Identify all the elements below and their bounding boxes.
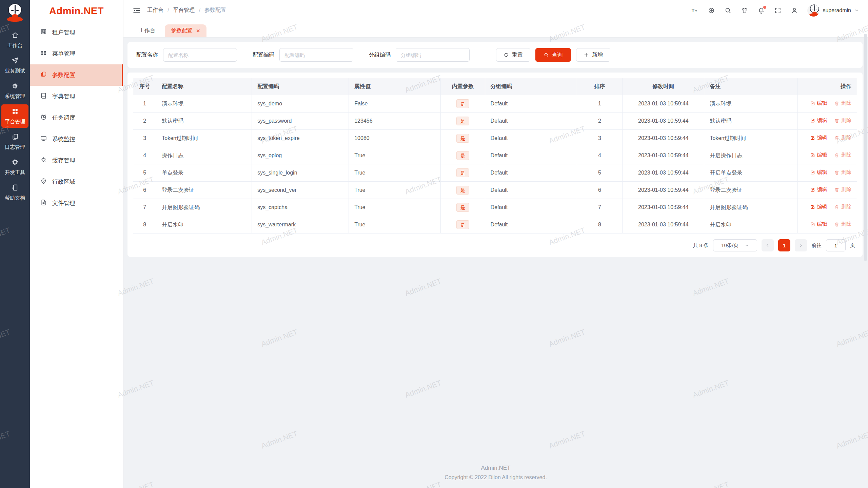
sidebar-item-task-scheduler[interactable]: 任务调度 (30, 107, 123, 128)
add-button[interactable]: 新增 (576, 48, 610, 62)
font-size-icon[interactable]: TT (691, 7, 698, 14)
sidebar-item-system-monitor[interactable]: 系统监控 (30, 128, 123, 150)
cell-builtin: 是 (441, 130, 485, 147)
trash-icon (834, 187, 840, 192)
tab-workbench[interactable]: 工作台 (133, 24, 161, 37)
theme-icon[interactable] (741, 7, 748, 14)
svg-text:T: T (695, 9, 697, 13)
delete-link[interactable]: 删除 (834, 152, 851, 158)
config-name-input[interactable] (163, 48, 237, 62)
delete-link[interactable]: 删除 (834, 117, 851, 124)
profile-icon[interactable] (791, 7, 798, 14)
notification-badge (763, 6, 766, 9)
book-icon (11, 184, 19, 192)
menu-fold-icon[interactable] (132, 6, 141, 15)
builtin-tag: 是 (456, 151, 469, 160)
document-icon (40, 199, 47, 208)
chevron-down-icon (745, 243, 749, 248)
edit-link[interactable]: 编辑 (810, 204, 827, 210)
goto-page-input[interactable] (826, 239, 846, 251)
sidebar-item-dict-mgmt[interactable]: 字典管理 (30, 86, 123, 107)
table-header-row: 序号 配置名称 配置编码 属性值 内置参数 分组编码 排序 修改时间 备注 操作 (133, 78, 857, 95)
tab-close-icon[interactable]: ✕ (196, 28, 200, 33)
page-number-current[interactable]: 1 (778, 239, 790, 251)
sidebar-item-param-config[interactable]: 参数配置 (30, 64, 123, 86)
cell-code: sys_oplog (252, 147, 349, 164)
cell-time: 2023-01-03 10:59:44 (623, 182, 704, 199)
app-root: 工作台 业务测试 系统管理 平台管理 日志管理 开发工具 帮助文档 Admin.… (0, 0, 868, 488)
sidebar-item-cache-mgmt[interactable]: 缓存管理 (30, 150, 123, 171)
next-page-button[interactable] (795, 239, 807, 251)
cell-name: 操作日志 (156, 147, 252, 164)
sidebar-item-label: 参数配置 (52, 71, 75, 79)
cell-code: sys_password (252, 113, 349, 130)
chevron-left-icon (765, 243, 770, 248)
delete-link[interactable]: 删除 (834, 169, 851, 176)
breadcrumb-separator: / (199, 7, 200, 14)
sidebar-item-tenant-mgmt[interactable]: 租户管理 (30, 22, 123, 43)
rail-item-help-docs[interactable]: 帮助文档 (1, 181, 28, 204)
search-icon[interactable] (724, 7, 732, 14)
breadcrumb-workbench[interactable]: 工作台 (147, 7, 163, 14)
rail-item-log-mgmt[interactable]: 日志管理 (1, 130, 28, 153)
breadcrumb: 工作台 / 平台管理 / 参数配置 (147, 7, 226, 14)
table-row: 8 开启水印 sys_wartermark True 是 Default 8 2… (133, 216, 857, 233)
rail-item-system-mgmt[interactable]: 系统管理 (1, 79, 28, 102)
edit-link[interactable]: 编辑 (810, 186, 827, 193)
rail-item-dev-tools[interactable]: 开发工具 (1, 155, 28, 179)
edit-link[interactable]: 编辑 (810, 169, 827, 176)
delete-link[interactable]: 删除 (834, 135, 851, 141)
col-index: 序号 (133, 78, 156, 95)
prev-page-button[interactable] (762, 239, 774, 251)
tab-param-config[interactable]: 参数配置 ✕ (165, 24, 206, 37)
cell-code: sys_captcha (252, 199, 349, 216)
sidebar-item-label: 租户管理 (52, 28, 75, 36)
language-icon[interactable] (708, 7, 715, 14)
cell-group: Default (485, 216, 577, 233)
notification-icon[interactable] (757, 7, 765, 14)
cell-actions: 编辑 删除 (797, 130, 857, 147)
rail-item-workbench[interactable]: 工作台 (1, 28, 28, 52)
edit-link[interactable]: 编辑 (810, 117, 827, 124)
rail-item-label: 平台管理 (5, 119, 25, 125)
trash-icon (834, 170, 840, 175)
main-area: 工作台 / 平台管理 / 参数配置 TT superadmin (123, 0, 868, 488)
edit-icon (810, 118, 815, 123)
delete-link[interactable]: 删除 (834, 186, 851, 193)
sidebar-item-label: 缓存管理 (52, 157, 75, 164)
rail-item-business-test[interactable]: 业务测试 (1, 54, 28, 77)
query-button[interactable]: 查询 (535, 48, 571, 62)
query-button-label: 查询 (552, 52, 563, 59)
cell-sort: 1 (577, 95, 623, 113)
dictionary-icon (40, 92, 47, 101)
edit-link[interactable]: 编辑 (810, 100, 827, 106)
breadcrumb-platform[interactable]: 平台管理 (173, 7, 195, 14)
edit-link[interactable]: 编辑 (810, 152, 827, 158)
sidebar-item-menu-mgmt[interactable]: 菜单管理 (30, 43, 123, 64)
sidebar-item-file-mgmt[interactable]: 文件管理 (30, 192, 123, 214)
tab-label: 工作台 (139, 27, 155, 34)
cell-code: sys_second_ver (252, 182, 349, 199)
reset-button[interactable]: 重置 (496, 48, 530, 62)
cell-remark: 开启单点登录 (704, 164, 797, 182)
cell-builtin: 是 (441, 147, 485, 164)
search-panel: 配置名称 配置编码 分组编码 重置 查询 (127, 42, 863, 68)
config-code-input[interactable] (279, 48, 353, 62)
sidebar-item-admin-region[interactable]: 行政区域 (30, 171, 123, 192)
cell-code: sys_single_login (252, 164, 349, 182)
sidebar-item-label: 系统监控 (52, 135, 75, 143)
group-code-input[interactable] (396, 48, 470, 62)
edit-link[interactable]: 编辑 (810, 135, 827, 141)
page-size-select[interactable]: 10条/页 (713, 239, 757, 251)
fullscreen-icon[interactable] (774, 7, 782, 14)
delete-link[interactable]: 删除 (834, 204, 851, 210)
rail-item-platform-mgmt[interactable]: 平台管理 (1, 104, 28, 128)
delete-link[interactable]: 删除 (834, 100, 851, 106)
scrollbar-thumb[interactable] (864, 34, 867, 261)
module-rail: 工作台 业务测试 系统管理 平台管理 日志管理 开发工具 帮助文档 (0, 0, 30, 488)
delete-link[interactable]: 删除 (834, 221, 851, 227)
edit-link[interactable]: 编辑 (810, 221, 827, 227)
cell-builtin: 是 (441, 164, 485, 182)
cell-builtin: 是 (441, 113, 485, 130)
user-menu[interactable]: superadmin (807, 4, 859, 17)
